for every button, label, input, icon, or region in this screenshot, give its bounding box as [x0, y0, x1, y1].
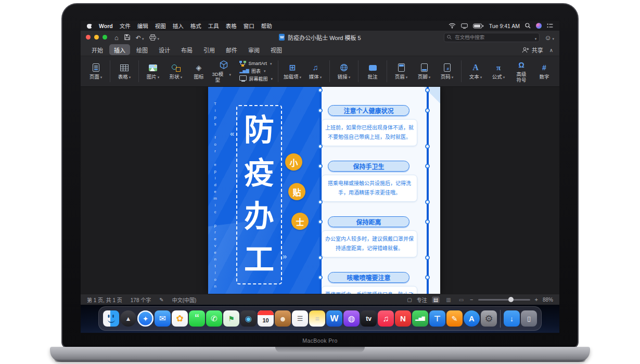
dock-item-app-store[interactable]: A	[464, 310, 480, 327]
ribbon-button-screenshot[interactable]: 屏幕截图	[239, 75, 273, 82]
dock-item-messages[interactable]: “	[189, 310, 205, 327]
tab-mailings[interactable]: 邮件	[221, 44, 242, 55]
tab-review[interactable]: 审阅	[244, 44, 264, 55]
word-count[interactable]: 178 个字	[131, 296, 151, 304]
zoom-out-button[interactable]	[470, 296, 473, 303]
dock-item-podcasts[interactable]: ◍	[343, 310, 360, 327]
dock-item-launchpad[interactable]: ▲	[120, 310, 136, 327]
ribbon-button-footer[interactable]: 页脚	[413, 61, 435, 82]
ribbon-button-table[interactable]: 表格	[113, 61, 135, 82]
ribbon-button-text-box[interactable]: 文本	[465, 61, 487, 82]
page-indicator[interactable]: 第 1 页, 共 1 页	[87, 296, 122, 304]
home-icon[interactable]	[114, 33, 119, 42]
search-scope-dropdown-icon[interactable]	[534, 33, 537, 42]
dock-item-tv[interactable]: tv	[361, 310, 377, 327]
menu-app-name[interactable]: Word	[99, 23, 113, 29]
tab-draw[interactable]: 绘图	[132, 44, 152, 55]
menu-item-format[interactable]: 格式	[190, 22, 201, 30]
menubar-clock[interactable]: Tue 9:41 AM	[489, 23, 520, 29]
dock-item-trash[interactable]: ▯	[521, 310, 537, 327]
siri-icon[interactable]	[536, 23, 542, 29]
ribbon-button-links[interactable]: 链接	[333, 61, 355, 82]
tab-insert[interactable]: 插入	[109, 44, 130, 55]
document-canvas[interactable]: Tips for epidemic prevention 防 疫 办 工 小 贴…	[81, 87, 559, 294]
ribbon-button-picture[interactable]: 图片	[142, 61, 164, 82]
language-indicator[interactable]: 中文(中国)	[172, 296, 197, 304]
control-center-icon[interactable]	[547, 23, 553, 28]
focus-mode-label[interactable]: 专注	[417, 296, 427, 304]
read-mode-view-button[interactable]	[457, 296, 465, 303]
web-layout-view-button[interactable]	[444, 296, 452, 303]
menu-item-table[interactable]: 表格	[226, 22, 237, 30]
proofing-icon[interactable]	[159, 297, 163, 303]
print-button[interactable]	[149, 33, 159, 42]
menu-item-edit[interactable]: 编辑	[137, 22, 148, 30]
menu-item-view[interactable]: 视图	[155, 22, 166, 30]
wifi-icon[interactable]	[449, 23, 456, 29]
spotlight-icon[interactable]	[525, 23, 531, 29]
dock-item-music[interactable]: ♫	[378, 310, 394, 327]
menu-item-insert[interactable]: 插入	[173, 22, 184, 30]
zoom-window-button[interactable]	[103, 35, 107, 40]
minimize-window-button[interactable]	[94, 35, 99, 40]
tab-design[interactable]: 设计	[154, 44, 175, 55]
collapse-ribbon-icon[interactable]	[549, 47, 553, 53]
display-mirroring-icon[interactable]	[461, 23, 468, 29]
ribbon-button-equation[interactable]: 公式	[488, 61, 509, 82]
dock-item-mail[interactable]: ✉	[155, 310, 171, 327]
dock-item-settings[interactable]: ⚙	[481, 310, 497, 327]
zoom-slider[interactable]	[478, 299, 530, 301]
menu-item-file[interactable]: 文件	[120, 22, 131, 30]
dock-item-safari[interactable]: ✦	[137, 310, 153, 327]
apple-menu-icon[interactable]	[87, 23, 92, 29]
ribbon-button-chart[interactable]: 图表	[239, 68, 273, 74]
focus-mode-icon[interactable]	[407, 297, 412, 303]
search-box[interactable]	[444, 33, 540, 42]
tab-home[interactable]: 开始	[87, 44, 108, 55]
print-layout-view-button[interactable]	[432, 296, 440, 303]
dock-item-word[interactable]: W	[326, 310, 342, 327]
undo-button[interactable]	[136, 33, 144, 42]
dock-item-reminders[interactable]: ☰	[292, 310, 308, 327]
dock-item-photo-booth[interactable]: ◉	[240, 310, 257, 327]
close-window-button[interactable]	[86, 35, 91, 40]
feedback-smiley-button[interactable]	[544, 33, 554, 42]
ribbon-button-header[interactable]: 页眉	[390, 61, 412, 82]
dock-item-notes[interactable]: ≡	[309, 310, 325, 327]
ribbon-button-addins[interactable]: 加载项	[281, 61, 303, 82]
tab-layout[interactable]: 布局	[176, 44, 197, 55]
ribbon-button-comment[interactable]: 批注	[362, 61, 383, 82]
tab-view[interactable]: 视图	[266, 44, 287, 55]
dock-item-keynote[interactable]: ⊤	[429, 310, 445, 327]
menu-item-help[interactable]: 帮助	[261, 22, 272, 30]
ribbon-button-icons[interactable]: 图标	[188, 61, 210, 82]
dock-item-pages[interactable]: ✎	[446, 310, 463, 327]
zoom-slider-thumb[interactable]	[508, 297, 514, 302]
dock-item-photos[interactable]: ✿	[172, 310, 188, 327]
save-icon[interactable]	[124, 34, 130, 40]
ribbon-button-page-number[interactable]: 页码	[436, 61, 458, 82]
tip-card: 搭乘电梯或接触公共设施后，记得洗手，用酒精搓手液更佳哦。	[322, 175, 417, 202]
ribbon-button-media[interactable]: 媒体	[304, 61, 326, 82]
dock-item-news[interactable]: N	[395, 310, 411, 327]
share-button[interactable]: 共享	[522, 46, 543, 54]
zoom-in-button[interactable]	[535, 296, 538, 303]
ribbon-button-pages[interactable]: 页面	[85, 61, 107, 82]
dock-item-calendar[interactable]: 10	[258, 310, 274, 327]
dock-item-contacts[interactable]: ☻	[275, 310, 291, 327]
ribbon-button-shapes[interactable]: 形状	[165, 61, 187, 82]
document-search-input[interactable]	[454, 34, 531, 41]
ribbon-button-number[interactable]: 数字	[533, 61, 555, 82]
menu-item-tools[interactable]: 工具	[208, 22, 219, 30]
dock-item-finder[interactable]	[103, 310, 119, 327]
zoom-percentage[interactable]: 88%	[543, 297, 553, 303]
ribbon-button-3d-model[interactable]: 3D模型	[211, 58, 236, 85]
dock-item-downloads[interactable]: ↓	[504, 310, 520, 327]
ribbon-button-smartart[interactable]: SmartArt	[239, 61, 273, 67]
tab-references[interactable]: 引用	[199, 44, 220, 55]
dock-item-maps[interactable]: ⚑	[223, 310, 239, 327]
dock-item-facetime[interactable]: ✆	[206, 310, 222, 327]
ribbon-button-advanced-symbol[interactable]: 高级符号	[510, 58, 532, 85]
menu-item-window[interactable]: 窗口	[244, 22, 254, 30]
dock-item-numbers[interactable]: ▂▅▇	[412, 310, 428, 327]
